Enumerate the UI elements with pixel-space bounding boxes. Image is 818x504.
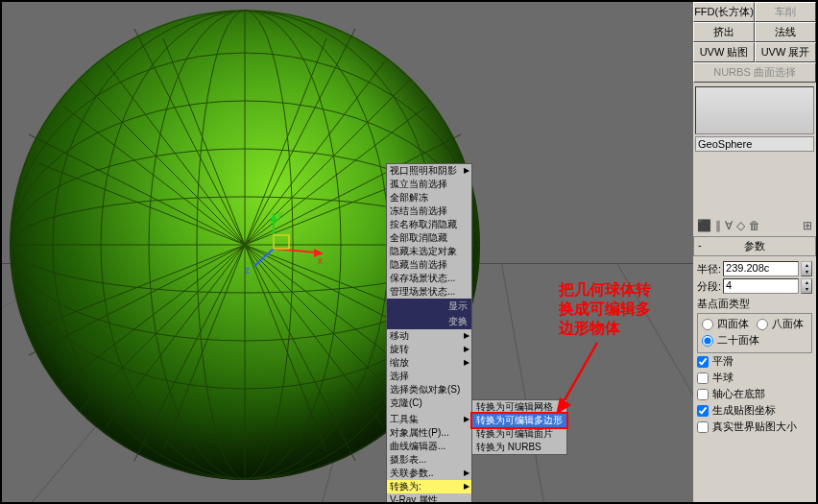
btn-normal[interactable]: 法线 <box>755 22 816 42</box>
radius-label: 半径: <box>697 262 721 276</box>
radius-input[interactable]: 239.208c <box>723 261 799 276</box>
stack-icon-1[interactable]: ∥ <box>715 219 721 232</box>
segs-input[interactable]: 4 <box>723 278 799 294</box>
svg-text:y: y <box>277 209 282 220</box>
trash-icon[interactable]: 🗑 <box>749 219 760 232</box>
btn-extrude[interactable]: 挤出 <box>693 22 755 42</box>
btn-uvw-map[interactable]: UVW 贴图 <box>693 42 755 62</box>
stack-icon-3[interactable]: ◇ <box>736 219 745 232</box>
svg-marker-35 <box>556 397 571 415</box>
menu-header-display: 显示 <box>387 299 471 314</box>
segs-label: 分段: <box>697 279 721 294</box>
check-smooth[interactable]: 平滑 <box>697 353 812 370</box>
menu-clone[interactable]: 克隆(C) <box>387 396 471 410</box>
annotation-arrow <box>554 338 612 424</box>
btn-uvw-unwrap[interactable]: UVW 展开 <box>755 42 816 62</box>
menu-convert-to[interactable]: 转换为: <box>387 480 471 493</box>
menu-select[interactable]: 选择 <box>387 370 471 383</box>
menu-manage-state[interactable]: 管理场景状态... <box>387 285 471 299</box>
convert-submenu[interactable]: 转换为可编辑网格 转换为可编辑多边形 转换为可编辑面片 转换为 NURBS <box>471 399 567 455</box>
menu-obj-props[interactable]: 对象属性(P)... <box>387 426 471 440</box>
menu-toolset[interactable]: 工具集 <box>387 413 471 426</box>
submenu-nurbs[interactable]: 转换为 NURBS <box>472 441 566 454</box>
btn-lathe[interactable]: 车削 <box>755 2 816 22</box>
menu-unhide-all[interactable]: 全部取消隐藏 <box>387 231 471 245</box>
stack-toolbar[interactable]: ⬛ ∥ ∀ ◇ 🗑 ⊞ <box>693 215 816 236</box>
svg-text:z: z <box>245 265 250 276</box>
viewport[interactable]: y x z 视口照明和阴影 孤立当前选择 全部解冻 冻结当前选择 按名称取消隐藏… <box>2 2 693 502</box>
pin-icon[interactable]: ⬛ <box>697 219 711 232</box>
menu-dope-sheet[interactable]: 摄影表... <box>387 453 471 467</box>
modifier-panel[interactable]: FFD(长方体) 车削 挤出 法线 UVW 贴图 UVW 展开 NURBS 曲面… <box>693 2 816 502</box>
menu-freeze-sel[interactable]: 冻结当前选择 <box>387 204 471 218</box>
btn-nurbs-surface[interactable]: NURBS 曲面选择 <box>693 62 816 83</box>
stack-icon-2[interactable]: ∀ <box>725 219 733 232</box>
menu-wire-params[interactable]: 关联参数.. <box>387 467 471 480</box>
menu-hide-unsel[interactable]: 隐藏未选定对象 <box>387 245 471 258</box>
submenu-editable-poly[interactable]: 转换为可编辑多边形 <box>472 414 566 427</box>
menu-move[interactable]: 移动 <box>387 329 471 343</box>
check-real-world[interactable]: 真实世界贴图大小 <box>697 419 812 435</box>
menu-hide-sel[interactable]: 隐藏当前选择 <box>387 258 471 272</box>
menu-select-similar[interactable]: 选择类似对象(S) <box>387 383 471 396</box>
check-axis[interactable]: 轴心在底部 <box>697 386 812 402</box>
svg-line-34 <box>562 343 597 405</box>
svg-line-31 <box>254 249 274 266</box>
check-hemi[interactable]: 半球 <box>697 370 812 386</box>
menu-isolate[interactable]: 孤立当前选择 <box>387 178 471 191</box>
segs-spinner[interactable]: ▴▾ <box>801 278 812 294</box>
object-name-field[interactable]: GeoSphere <box>695 136 814 152</box>
menu-scale[interactable]: 缩放 <box>387 356 471 370</box>
rollout-parameters[interactable]: 参数 <box>693 236 816 256</box>
color-swatch[interactable] <box>695 86 814 134</box>
menu-curve-editor[interactable]: 曲线编辑器... <box>387 440 471 453</box>
radius-spinner[interactable]: ▴▾ <box>801 261 812 276</box>
radio-octa[interactable]: 八面体 <box>757 316 804 332</box>
menu-header-transform: 变换 <box>387 314 471 329</box>
radio-tetra[interactable]: 四面体 <box>702 316 749 332</box>
annotation-text: 把几何球体转 换成可编辑多 边形物体 <box>559 280 651 338</box>
base-type-label: 基点面类型 <box>697 295 812 311</box>
context-menu[interactable]: 视口照明和阴影 孤立当前选择 全部解冻 冻结当前选择 按名称取消隐藏 全部取消隐… <box>386 163 472 502</box>
svg-text:x: x <box>318 255 323 266</box>
menu-vray-props[interactable]: V-Ray 属性 <box>387 493 471 502</box>
check-gen-uv[interactable]: 生成贴图坐标 <box>697 402 812 419</box>
btn-ffd[interactable]: FFD(长方体) <box>693 2 755 22</box>
config-icon[interactable]: ⊞ <box>803 219 812 232</box>
radio-icosa[interactable]: 二十面体 <box>702 332 807 348</box>
menu-viewport-lighting[interactable]: 视口照明和阴影 <box>387 164 471 178</box>
menu-rotate[interactable]: 旋转 <box>387 343 471 356</box>
move-gizmo[interactable]: y x z <box>247 218 324 295</box>
svg-rect-33 <box>274 235 289 249</box>
menu-save-state[interactable]: 保存场景状态... <box>387 272 471 285</box>
menu-unfreeze-all[interactable]: 全部解冻 <box>387 191 471 204</box>
submenu-editable-patch[interactable]: 转换为可编辑面片 <box>472 427 566 441</box>
menu-unhide-name[interactable]: 按名称取消隐藏 <box>387 218 471 231</box>
submenu-editable-mesh[interactable]: 转换为可编辑网格 <box>472 400 566 414</box>
